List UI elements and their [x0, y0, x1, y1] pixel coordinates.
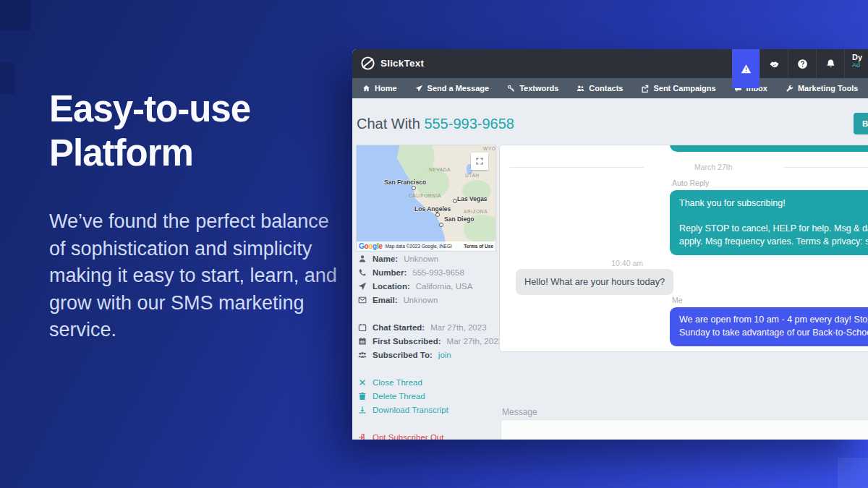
- calendar-icon: [358, 323, 367, 332]
- campaigns-icon: [641, 85, 649, 93]
- map-region-label: WYO: [483, 146, 495, 151]
- chat-started-row: Chat Started:Mar 27th, 2023: [358, 323, 487, 332]
- contact-number-row: Number:555-993-9658: [358, 268, 464, 277]
- bubble-line-gap: [679, 210, 868, 223]
- page-content: Chat With 555-993-9658 Ba WYO NEVADA UTA…: [352, 98, 868, 440]
- google-logo[interactable]: Google: [359, 242, 383, 250]
- notifications-button[interactable]: [816, 49, 844, 78]
- divider-line: [510, 167, 644, 168]
- incoming-message-bubble: Hello! What are your hours today?: [516, 269, 673, 295]
- key-icon: [507, 85, 515, 93]
- subscribed-to-row: Subscribed To:join: [358, 351, 451, 359]
- person-icon: [358, 254, 367, 263]
- contact-name-row: Name:Unknown: [358, 254, 438, 263]
- handshake-icon: [769, 59, 780, 69]
- contact-location-row: Location:California, USA: [358, 282, 472, 291]
- contacts-icon: [576, 85, 584, 93]
- location-arrow-icon: [358, 282, 367, 291]
- brand[interactable]: SlickText: [352, 49, 424, 71]
- warning-triangle-icon: [741, 64, 752, 74]
- partial-message-bubble: [670, 145, 868, 152]
- group-icon: [358, 351, 367, 359]
- trash-icon: [358, 392, 367, 401]
- help-button[interactable]: [788, 49, 816, 78]
- nav-contacts[interactable]: Contacts: [576, 84, 623, 93]
- map-region-label: NEVADA: [429, 167, 451, 172]
- marketing-banner: Easy-to-usePlatform We’ve found the perf…: [0, 0, 868, 488]
- corner-square-decoration: [838, 458, 868, 488]
- envelope-icon: [358, 296, 367, 304]
- me-label: Me: [672, 296, 683, 304]
- chat-date-divider: March 27th: [510, 163, 868, 171]
- download-transcript-link[interactable]: Download Transcript: [358, 406, 448, 414]
- download-icon: [358, 406, 367, 414]
- question-circle-icon: [797, 59, 808, 69]
- nav-home[interactable]: Home: [362, 84, 397, 93]
- nav-sent-campaigns[interactable]: Sent Campaigns: [641, 84, 715, 93]
- back-to-inbox-button[interactable]: Ba: [854, 113, 868, 134]
- user-menu[interactable]: Dy Ad: [844, 49, 868, 78]
- message-input[interactable]: [501, 419, 868, 440]
- app-topbar: SlickText Dy Ad: [352, 49, 868, 78]
- message-label: Message: [502, 407, 537, 417]
- map-city-label: Los Angeles: [414, 205, 451, 213]
- incoming-message-time: 10:40 am: [516, 259, 643, 267]
- close-thread-link[interactable]: Close Thread: [358, 378, 422, 387]
- topbar-actions: Dy Ad: [732, 49, 868, 88]
- outgoing-message-bubble: We are open from 10 am - 4 pm every day!…: [670, 307, 868, 346]
- divider-line: [783, 167, 868, 168]
- map-region-label: CALIFORNIA: [409, 193, 441, 198]
- first-subscribed-row: First Subscribed:Mar 27th, 2023: [358, 337, 503, 346]
- slicktext-logo-icon: [360, 56, 375, 71]
- hero-title: Easy-to-usePlatform: [49, 87, 347, 175]
- chat-thread-panel[interactable]: March 27th Auto Reply Thank you for subs…: [499, 145, 868, 352]
- alerts-button[interactable]: [732, 49, 760, 88]
- map-city-label: San Francisco: [384, 179, 426, 186]
- calendar-alt-icon: [358, 337, 367, 346]
- nav-send-a-message[interactable]: Send a Message: [415, 84, 490, 93]
- edge-square-decoration: [0, 62, 14, 94]
- referral-button[interactable]: [760, 49, 788, 78]
- nav-textwords[interactable]: Textwords: [507, 84, 558, 93]
- map-attribution: Google Map data ©2023 Google, INEGI Term…: [357, 241, 495, 251]
- close-icon: [358, 378, 367, 387]
- paper-plane-icon: [415, 85, 423, 93]
- map-city-dot: [412, 186, 416, 190]
- hero-description: We’ve found the perfect balance of sophi…: [49, 208, 347, 344]
- slicktext-app-window: SlickText Dy Ad Home Send a Message Text…: [352, 49, 868, 440]
- bell-icon: [825, 59, 836, 69]
- sign-out-icon: [358, 433, 367, 440]
- page-title: Chat With 555-993-9658: [357, 116, 514, 132]
- auto-reply-label: Auto Reply: [672, 179, 709, 187]
- map-region-label: ARIZONA: [464, 209, 488, 214]
- corner-square-decoration: [0, 0, 30, 30]
- map-region-label: UTAH: [465, 173, 480, 178]
- expand-icon: [475, 157, 484, 166]
- map-terms-link[interactable]: Terms of Use: [464, 244, 493, 249]
- home-icon: [362, 85, 370, 93]
- map-city-dot: [453, 199, 457, 203]
- map-city-dot: [439, 223, 443, 227]
- map-fullscreen-button[interactable]: [471, 153, 488, 170]
- map-city-label: Las Vegas: [457, 195, 488, 202]
- location-map[interactable]: WYO NEVADA UTAH CALIFORNIA ARIZONA San F…: [356, 145, 496, 252]
- delete-thread-link[interactable]: Delete Thread: [358, 392, 425, 401]
- map-city-dot: [435, 213, 440, 217]
- chat-phone-number: 555-993-9658: [424, 116, 514, 132]
- map-city-label: San Diego: [444, 215, 475, 223]
- opt-subscriber-out-link[interactable]: Opt Subscriber Out: [358, 433, 443, 440]
- brand-name: SlickText: [380, 58, 424, 69]
- phone-icon: [358, 268, 367, 277]
- user-name: Dy: [852, 53, 868, 61]
- map-data-attribution: Map data ©2023 Google, INEGI: [386, 244, 464, 249]
- contact-email-row: Email:Unknown: [358, 296, 438, 304]
- auto-reply-message-bubble: Thank you for subscribing! Reply STOP to…: [670, 190, 868, 255]
- hero-section: Easy-to-usePlatform We’ve found the perf…: [49, 87, 347, 344]
- subscribed-list-link[interactable]: join: [438, 351, 451, 359]
- user-role: Ad: [852, 61, 868, 69]
